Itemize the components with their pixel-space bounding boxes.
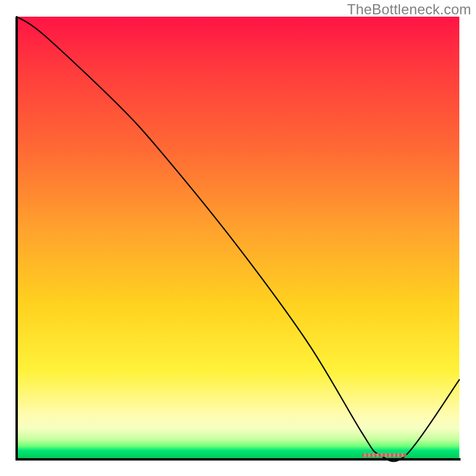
y-axis (15, 17, 18, 461)
plot-area (17, 17, 459, 459)
bottleneck-curve (17, 17, 459, 459)
chart-canvas: TheBottleneck.com (0, 0, 476, 476)
optimal-range-marker (362, 453, 406, 457)
watermark-text: TheBottleneck.com (347, 1, 471, 18)
x-axis (15, 458, 461, 461)
